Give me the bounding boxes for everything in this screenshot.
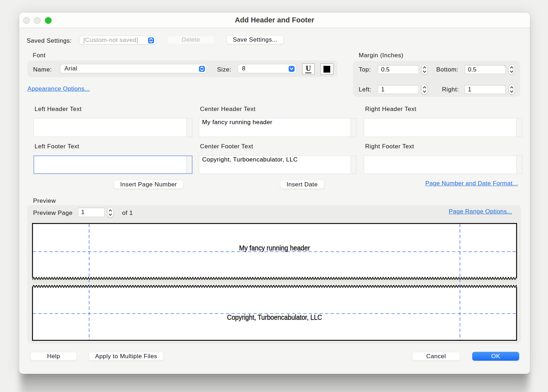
svg-text:My fancy running header: My fancy running header: [239, 244, 310, 252]
svg-text:Copyright, Turboencabulator, L: Copyright, Turboencabulator, LLC: [227, 313, 322, 321]
